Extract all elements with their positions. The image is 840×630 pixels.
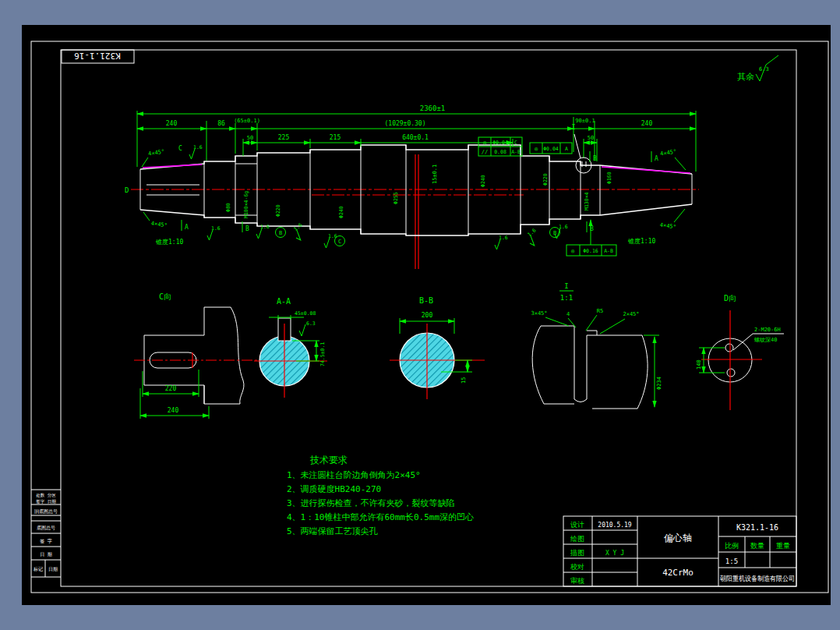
dia-label: Φ80 — [225, 203, 231, 212]
tb-qty-label: 数量 — [750, 542, 764, 550]
tech-title: 技术要求 — [309, 455, 348, 465]
roughness-value: 1.6 — [499, 235, 508, 241]
dim-640: 640±0.1 — [402, 134, 429, 141]
drawing-number-topleft: K321.1-16 — [74, 51, 121, 61]
aa-depth-dim: 74.5±0.1 — [319, 342, 326, 366]
bb-dia-dim: 200 — [422, 312, 433, 319]
dia-label: M100×4-6g — [243, 191, 249, 218]
dim-90: 90±0.1 — [575, 118, 595, 124]
detail-chamfer-b: 2×45° — [623, 311, 639, 317]
d-view-span-dim: 140 — [696, 359, 702, 370]
roughness-value: 1.6 — [328, 233, 337, 239]
cad-drawing: K321.1-16 其余 6.3 — [0, 0, 840, 630]
margin-row-1b: 签字 日期 — [36, 499, 56, 504]
fcf2-value: Φ0.04 — [543, 146, 559, 152]
roughness-value: 1.6 — [193, 144, 203, 150]
roughness-value: 1.6 — [559, 224, 568, 230]
dim-eccentric: 15±0.1 — [432, 165, 438, 184]
detail-scale: 1:1 — [560, 294, 573, 302]
surface-roughness-value: 6.3 — [759, 66, 769, 73]
d-view-label: D向 — [724, 294, 736, 303]
detail-radius: R5 — [597, 308, 603, 314]
datum-flag-a2: A — [655, 155, 658, 162]
fcf3-datum: A-B — [604, 248, 613, 254]
tb-drawing-no: K321.1-16 — [736, 523, 778, 532]
roughness-value: 1.6 — [211, 225, 221, 232]
dim-215: 215 — [330, 134, 341, 141]
tb-part-name: 偏心轴 — [664, 533, 692, 543]
c-view-label: C向 — [159, 292, 171, 301]
detail-width: 4 — [566, 311, 570, 317]
dia-label: Φ220 — [275, 204, 281, 217]
d-view-note2: 螺纹深40 — [754, 337, 777, 343]
c-view-dim-220: 220 — [165, 385, 177, 392]
tb-scale-label: 比例 — [725, 542, 739, 550]
dim-240-right: 240 — [641, 120, 653, 127]
fcf3-value: Φ0.16 — [583, 248, 598, 254]
c-view-dim-240: 240 — [168, 407, 179, 414]
aa-label: A-A — [277, 297, 291, 306]
detail-dia-dim: Φ234 — [656, 377, 662, 390]
tb-tracer-value: X Y J — [605, 550, 624, 557]
dim-240-left: 240 — [166, 120, 178, 127]
tb-row1-label: 设计 — [570, 521, 584, 529]
tb-company: 朝阳重机设备制造有限公司 — [720, 575, 795, 582]
balloon-label: I — [571, 123, 575, 131]
dia-label: Φ220 — [542, 173, 549, 186]
datum-flag-b3: B — [590, 225, 594, 232]
aa-roughness: 6.3 — [306, 320, 316, 327]
dim-225: 225 — [278, 134, 290, 141]
fcf-1: ◎ Φ0.04 C // 0.08 A-B — [478, 137, 522, 156]
dim-50-right: 50 — [588, 135, 594, 141]
dim-1029: (1029±0.30) — [385, 120, 426, 127]
datum-circle-b: B — [279, 230, 282, 236]
fcf1b-datum: A-B — [511, 149, 521, 155]
fcf1b-symbol: // — [482, 149, 488, 155]
dia-label: Φ255 — [393, 192, 399, 204]
tb-row4-label: 校对 — [570, 563, 584, 571]
dia-label: Φ240 — [480, 175, 486, 187]
tech-item-4: 4、1：10锥柱中部允许有60mm长0.5mm深的凹心 — [287, 512, 474, 522]
datum-flag-a: A — [185, 224, 189, 231]
datum-circle-b2: B — [553, 230, 556, 236]
dim-50-left: 50 — [247, 135, 253, 141]
tb-row3-label: 描图 — [570, 549, 584, 557]
bb-offset-dim: 15 — [461, 377, 467, 384]
dim-86: 86 — [217, 120, 225, 127]
datum-flag-b: B — [245, 225, 249, 232]
margin-row-1a: 处数 分区 — [36, 493, 56, 498]
surface-note-label: 其余 — [737, 72, 754, 82]
fcf1-datum: C — [514, 140, 517, 146]
tb-weight-label: 重量 — [776, 542, 790, 550]
tb-material: 42CrMo — [662, 568, 694, 578]
tb-design-date: 2010.5.19 — [598, 522, 632, 529]
dia-label: Φ240 — [338, 206, 344, 218]
d-view-note1: 2-M20-6H — [754, 327, 781, 333]
fcf1b-value: 0.08 — [494, 149, 506, 155]
margin-row-6b: 日期 — [48, 566, 58, 572]
dia-label: M130×4 — [584, 192, 590, 211]
tech-item-3: 3、进行探伤检查，不许有夹砂，裂纹等缺陷 — [287, 498, 455, 508]
roughness-value: 1.6 — [260, 224, 270, 230]
cad-viewer-screen: K321.1-16 其余 6.3 — [0, 0, 840, 630]
view-arrow-d: D — [125, 186, 129, 194]
margin-row-3: 底图总号 — [37, 525, 55, 531]
aa-keyway-width: 45±0.08 — [295, 310, 316, 317]
detail-chamfer-a: 3×45° — [531, 310, 547, 317]
datum-c-top: C — [178, 145, 182, 152]
tb-row5-label: 审核 — [570, 577, 584, 585]
dim-overall: 2360±1 — [420, 104, 446, 112]
bb-label: B-B — [419, 296, 433, 305]
detail-label: I — [564, 282, 568, 290]
margin-row-4: 签 字 — [40, 538, 52, 543]
tech-item-2: 2、调质硬度HB240-270 — [287, 484, 381, 494]
tech-item-1: 1、未注圆柱台阶边角倒角为2×45° — [287, 470, 421, 480]
margin-row-6a: 标记 — [33, 566, 43, 572]
tb-row2-label: 绘图 — [570, 535, 584, 543]
margin-row-2: 旧底图总号 — [34, 508, 58, 515]
tb-scale-value: 1:5 — [725, 557, 738, 565]
fcf1-value: Φ0.04 — [492, 140, 508, 146]
fcf2-datum: A — [565, 146, 568, 152]
dim-65: (65±0.1) — [234, 118, 260, 124]
datum-flag-b2: B — [593, 155, 597, 162]
